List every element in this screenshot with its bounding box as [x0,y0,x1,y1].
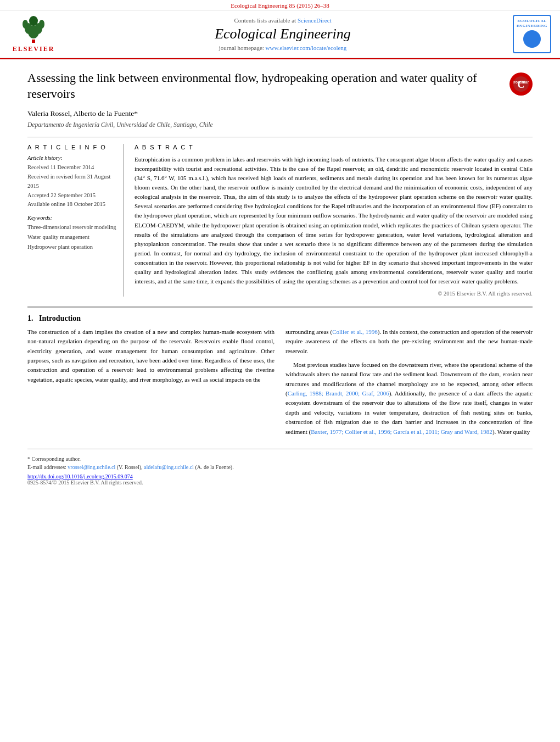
issn-line: 0925-8574/© 2015 Elsevier B.V. All right… [27,479,533,486]
online-date: Available online 18 October 2015 [27,200,116,209]
keywords-label: Keywords: [27,215,116,221]
abstract-heading: A B S T R A C T [135,144,533,150]
elsevier-logo: ELSEVIER [9,15,58,53]
svg-point-5 [39,20,44,29]
received-date: Received 11 December 2014 [27,163,116,172]
corresponding-author-note: * Corresponding author. [27,455,533,463]
intro-right-col: surrounding areas (Collier et al., 1996)… [285,327,533,441]
email2-link[interactable]: aldelafu@ing.uchile.cl [144,464,194,470]
copyright-line: © 2015 Elsevier B.V. All rights reserved… [135,291,533,297]
email1-link[interactable]: vrossel@ing.uchile.cl [68,464,115,470]
introduction-section: 1. Introduction The construction of a da… [27,306,533,441]
journal-ref: Ecological Engineering 85 (2015) 26–38 [231,2,329,9]
email-addresses: E-mail addresses: vrossel@ing.uchile.cl … [27,463,533,471]
revised-date: Received in revised form 31 August 2015 [27,172,116,191]
affiliation: Departamento de Ingeniería Civil, Univer… [27,121,533,128]
crossmark-icon: C CrossMark [509,72,533,96]
keyword-3: Hydropower plant operation [27,242,116,252]
intro-left-para1: The construction of a dam implies the cr… [27,327,275,384]
svg-point-4 [23,20,28,29]
svg-rect-0 [32,40,35,43]
article-content: C CrossMark Assessing the link between e… [0,59,560,496]
abstract-body: Eutrophication is a common problem in la… [135,155,533,286]
article-info-abstract: A R T I C L E I N F O Article history: R… [27,137,533,297]
journal-ref-bar: Ecological Engineering 85 (2015) 26–38 [0,0,560,10]
footer-section: * Corresponding author. E-mail addresses… [27,449,533,486]
article-info-heading: A R T I C L E I N F O [27,144,116,150]
authors: Valeria Rossel, Alberto de la Fuente* [27,109,533,118]
homepage-line: journal homepage: www.elsevier.com/locat… [58,44,507,51]
journal-banner: ELSEVIER Contents lists available at Sci… [0,10,560,58]
intro-right-para2: Most previous studies have focused on th… [285,360,533,437]
eco-logo-circle-icon [523,30,541,48]
contents-available-line: Contents lists available at ScienceDirec… [58,17,507,24]
article-title: Assessing the link between environmental… [27,70,533,102]
intro-two-col: The construction of a dam implies the cr… [27,327,533,441]
svg-text:CrossMark: CrossMark [513,80,529,84]
sciencedirect-link[interactable]: ScienceDirect [298,17,332,24]
elsevier-wordmark: ELSEVIER [13,45,55,53]
homepage-link[interactable]: www.elsevier.com/locate/ecoleng [266,44,347,51]
elsevier-tree-icon [18,15,49,44]
ref-baxter-1977[interactable]: Baxter, 1977; Collier et al., 1996; Garc… [311,428,492,435]
journal-title: Ecological Engineering [58,26,507,42]
svg-point-6 [29,16,38,26]
accepted-date: Accepted 22 September 2015 [27,191,116,200]
keyword-2: Water quality management [27,232,116,242]
abstract-col: A B S T R A C T Eutrophication is a comm… [135,144,533,297]
section-number-title: 1. Introduction [27,314,81,322]
journal-header: Ecological Engineering 85 (2015) 26–38 E… [0,0,560,59]
article-info-col: A R T I C L E I N F O Article history: R… [27,144,124,297]
crossmark-badge: C CrossMark [509,72,533,96]
journal-center-info: Contents lists available at ScienceDirec… [58,17,507,51]
eco-logo-text: ECOLOGICALENGINEERING [517,19,547,29]
intro-left-col: The construction of a dam implies the cr… [27,327,275,441]
keyword-1: Three-dimensional reservoir modeling [27,222,116,232]
author-names: Valeria Rossel, Alberto de la Fuente* [27,109,138,118]
eco-logo-box: ECOLOGICALENGINEERING [513,15,551,53]
ref-carling-1988[interactable]: Carling, 1988; Brandt, 2000; Graf, 2006 [288,390,389,397]
eco-eng-logo: ECOLOGICALENGINEERING [507,15,551,53]
ref-collier-1996[interactable]: Collier et al., 1996 [332,328,378,335]
history-label: Article history: [27,155,116,161]
doi-line: http://dx.doi.org/10.1016/j.ecoleng.2015… [27,473,533,479]
intro-right-para1: surrounding areas (Collier et al., 1996)… [285,327,533,356]
doi-link[interactable]: http://dx.doi.org/10.1016/j.ecoleng.2015… [27,473,133,479]
